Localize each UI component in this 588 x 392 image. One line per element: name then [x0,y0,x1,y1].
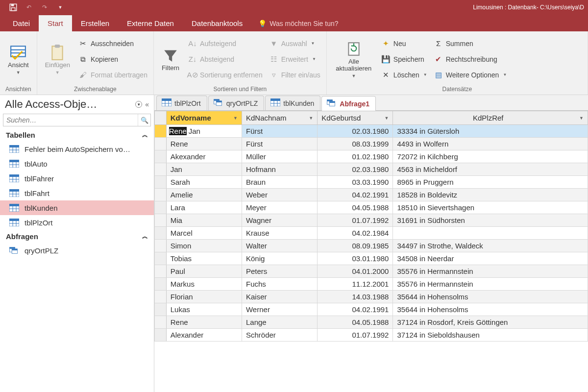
save-icon[interactable] [9,3,18,12]
cell-vorname[interactable]: Florian [166,291,242,303]
cell-plzref[interactable]: 34497 in Strothe, Waldeck [393,240,588,252]
nav-category-queries[interactable]: Abfragen︽ [0,230,154,243]
cell-nachname[interactable]: Braun [242,176,317,189]
document-tab[interactable]: Abfrage1 [321,96,376,111]
totals-button[interactable]: ΣSummen [434,37,507,50]
cell-geburtsdatum[interactable]: 04.05.1988 [318,316,393,329]
cell-vorname[interactable]: Jan [166,163,242,176]
remove-sort-button[interactable]: A⊘Sortierung entfernen [188,68,263,82]
table-row[interactable]: PaulPeters04.01.200035576 in Hermannstei… [155,265,588,278]
filter-button[interactable]: Filtern [158,46,183,72]
nav-item-table[interactable]: tblFahrer [0,171,154,186]
paste-button[interactable]: Einfügen ▼ [41,43,74,75]
cell-vorname[interactable]: Alexander [166,329,242,342]
cell-plzref[interactable]: 35576 in Hermannstein [393,278,588,291]
nav-menu-icon[interactable]: ▾ [135,101,142,108]
search-input[interactable] [3,114,138,126]
cell-geburtsdatum[interactable]: 08.03.1999 [318,138,393,150]
cell-geburtsdatum[interactable]: 01.07.1992 [318,329,393,342]
format-painter-button[interactable]: 🖌Format übertragen [79,68,147,82]
row-selector[interactable] [155,125,167,138]
cell-nachname[interactable]: Peters [242,265,317,278]
cell-vorname[interactable]: Paul [166,265,242,278]
cell-vorname[interactable]: Mia [166,214,242,227]
cell-plzref[interactable]: 37124 in Sieboldshausen [393,329,588,342]
cell-plzref[interactable]: 18528 in Boldevitz [393,189,588,201]
cell-geburtsdatum[interactable]: 01.02.1980 [318,150,393,163]
row-selector[interactable] [155,240,167,252]
selection-filter-button[interactable]: ▼Auswahl▼ [270,37,320,50]
table-row[interactable]: FlorianKaiser14.03.198835644 in Hohensol… [155,291,588,303]
cell-geburtsdatum[interactable]: 11.12.2001 [318,278,393,291]
collapse-pane-icon[interactable]: « [145,100,149,108]
cell-geburtsdatum[interactable]: 04.02.1991 [318,189,393,201]
cell-geburtsdatum[interactable]: 01.07.1992 [318,214,393,227]
nav-header[interactable]: Alle Access-Obje… ▾ « [0,95,154,113]
table-row[interactable]: AlexanderSchröder01.07.199237124 in Sieb… [155,329,588,342]
cell-geburtsdatum[interactable]: 08.09.1985 [318,240,393,252]
table-row[interactable]: TobiasKönig03.01.198034508 in Neerdar [155,252,588,265]
document-tab[interactable]: qryOrtPLZ [208,96,265,110]
cell-nachname[interactable]: Wagner [242,214,317,227]
cell-nachname[interactable]: Fürst [242,125,317,138]
cell-geburtsdatum[interactable]: 14.03.1988 [318,291,393,303]
cell-nachname[interactable]: Meyer [242,201,317,214]
tab-datei[interactable]: Datei [4,15,39,31]
tab-externe-daten[interactable]: Externe Daten [118,15,183,31]
delete-record-button[interactable]: ✕Löschen▼ [382,68,427,82]
sort-desc-button[interactable]: Z↓Absteigend [188,52,263,66]
cell-vorname[interactable]: Tobias [166,252,242,265]
cell-plzref[interactable]: 34508 in Neerdar [393,252,588,265]
cell-vorname[interactable]: Akexander [166,150,242,163]
nav-item-table[interactable]: tblPlzOrt [0,215,154,230]
undo-icon[interactable]: ↶ [24,3,33,12]
row-selector[interactable] [155,329,167,342]
nav-item-table[interactable]: Fehler beim AutoSpeichern vo… [0,142,154,156]
search-icon[interactable]: 🔍 [138,114,150,126]
cell-plzref[interactable]: 72072 in Kilchberg [393,150,588,163]
cell-vorname[interactable]: Marcel [166,227,242,240]
cell-nachname[interactable]: Fürst [242,138,317,150]
cell-geburtsdatum[interactable]: 04.01.2000 [318,265,393,278]
tab-start[interactable]: Start [39,15,72,31]
cell-geburtsdatum[interactable]: 03.03.1990 [318,176,393,189]
save-record-button[interactable]: 💾Speichern [382,52,427,66]
cell-geburtsdatum[interactable]: 04.02.1991 [318,303,393,316]
cell-vorname[interactable]: Simon [166,240,242,252]
copy-button[interactable]: ⧉Kopieren [79,52,147,66]
data-grid[interactable]: KdVorname▼KdNachnam▼KdGeburtsd▼KdPlzRef▼… [154,111,588,342]
cell-vorname[interactable]: Amelie [166,189,242,201]
table-row[interactable]: MiaWagner01.07.199231691 in Südhorsten [155,214,588,227]
table-row[interactable]: AmelieWeber04.02.199118528 in Boldevitz [155,189,588,201]
document-tab[interactable]: tblPlzOrt [156,96,207,110]
cell-plzref[interactable]: 35576 in Hermannstein [393,265,588,278]
cell-geburtsdatum[interactable]: 02.03.1980 [318,125,393,138]
cell-plzref[interactable] [393,227,588,240]
cell-geburtsdatum[interactable]: 04.05.1988 [318,201,393,214]
chevron-down-icon[interactable]: ▼ [233,116,238,121]
cell-geburtsdatum[interactable]: 04.02.1984 [318,227,393,240]
cell-plzref[interactable]: 37124 in Rosdorf, Kreis Göttingen [393,316,588,329]
cell-plzref[interactable]: 4563 in Micheldorf [393,163,588,176]
row-selector[interactable] [155,176,167,189]
cell-geburtsdatum[interactable]: 03.01.1980 [318,252,393,265]
cell-vorname[interactable]: Rene [166,138,242,150]
row-selector[interactable] [155,163,167,176]
table-row[interactable]: SarahBraun03.03.19908965 in Pruggern [155,176,588,189]
toggle-filter-button[interactable]: ▿Filter ein/aus [270,68,320,82]
qat-dropdown-icon[interactable]: ▼ [56,3,65,12]
sort-asc-button[interactable]: A↓Aufsteigend [188,37,263,50]
tab-erstellen[interactable]: Erstellen [72,15,118,31]
cell-plzref[interactable]: 35644 in Hohensolms [393,291,588,303]
spelling-button[interactable]: ✔Rechtschreibung [434,52,507,66]
cell-plzref[interactable]: 4493 in Wolfern [393,138,588,150]
column-header[interactable]: KdPlzRef▼ [393,111,588,125]
redo-icon[interactable]: ↷ [40,3,49,12]
view-button[interactable]: Ansicht ▼ [4,43,33,75]
row-selector[interactable] [155,189,167,201]
row-selector[interactable] [155,138,167,150]
row-selector[interactable] [155,291,167,303]
row-selector[interactable] [155,303,167,316]
table-row[interactable]: ReneFürst08.03.19994493 in Wolfern [155,138,588,150]
column-header[interactable]: KdNachnam▼ [242,111,317,125]
